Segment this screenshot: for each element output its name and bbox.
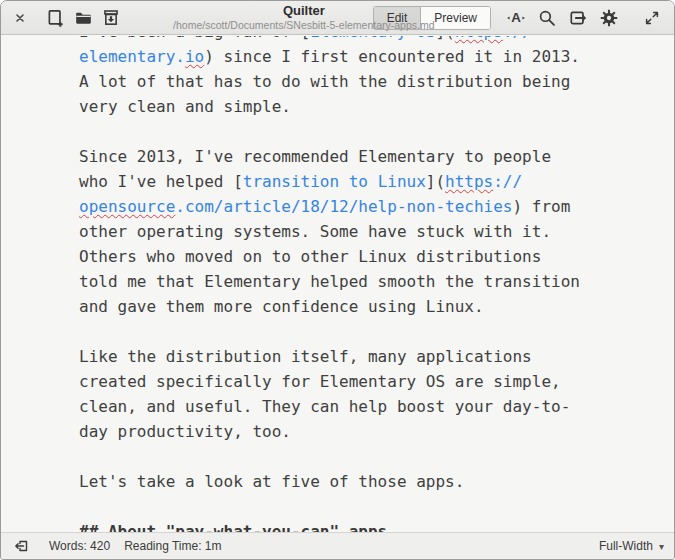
- editor-text[interactable]: Since 2013, I've recommended Elementary …: [79, 147, 551, 166]
- font-size-icon: A: [506, 9, 526, 27]
- preferences-button[interactable]: [595, 5, 623, 31]
- font-size-button[interactable]: A: [502, 5, 530, 31]
- editor-line[interactable]: clean, and useful. They can help boost y…: [79, 394, 673, 419]
- markdown-link-text[interactable]: elementary.: [79, 47, 185, 66]
- editor-line[interactable]: [79, 494, 673, 519]
- svg-text:A: A: [511, 10, 521, 25]
- word-count: Words: 420: [49, 539, 110, 553]
- archive-save-icon: [102, 9, 120, 27]
- editor-line[interactable]: who I've helped [transition to Linux](ht…: [79, 169, 673, 194]
- editor-line[interactable]: [79, 319, 673, 344]
- expand-icon: [644, 10, 660, 26]
- mode-toggle: Edit Preview: [373, 6, 491, 30]
- new-document-icon: [46, 9, 64, 27]
- markdown-link-text[interactable]: .com/article/18/12/help-non-techies: [175, 197, 512, 216]
- export-share-icon: [569, 9, 588, 27]
- editor-text[interactable]: A lot of that has to do with the distrib…: [79, 72, 570, 91]
- gear-icon: [600, 9, 618, 27]
- editor-text[interactable]: Like the distribution itself, many appli…: [79, 347, 532, 366]
- header-right-tools: Edit Preview A: [373, 5, 666, 31]
- new-document-button[interactable]: [41, 5, 69, 31]
- reading-time: Reading Time: 1m: [124, 539, 221, 553]
- editor-text[interactable]: ](: [426, 172, 445, 191]
- editor-line[interactable]: told me that Elementary helped smooth th…: [79, 269, 673, 294]
- editor-text[interactable]: ) since I first encountered it in 2013.: [204, 47, 580, 66]
- chevron-down-icon: ▾: [659, 541, 664, 552]
- editor-line[interactable]: other operating systems. Some have stuck…: [79, 219, 673, 244]
- preview-tab[interactable]: Preview: [420, 7, 490, 29]
- export-button[interactable]: [564, 5, 592, 31]
- markdown-link-text[interactable]: transition to Linux: [243, 172, 426, 191]
- editor-line[interactable]: and gave them more confidence using Linu…: [79, 294, 673, 319]
- fullscreen-button[interactable]: [638, 5, 666, 31]
- editor-text[interactable]: and gave them more confidence using Linu…: [79, 297, 484, 316]
- editor-text[interactable]: other operating systems. Some have stuck…: [79, 222, 551, 241]
- editor-line[interactable]: A lot of that has to do with the distrib…: [79, 69, 673, 94]
- markdown-heading-text[interactable]: ## About "pay-what-you-can" apps: [79, 522, 387, 532]
- editor-line[interactable]: created specifically for Elementary OS a…: [79, 369, 673, 394]
- width-mode-dropdown[interactable]: Full-Width ▾: [599, 539, 664, 553]
- editor-line[interactable]: Let's take a look at five of those apps.: [79, 469, 673, 494]
- markdown-link-text[interactable]: ://: [493, 172, 522, 191]
- edit-tab[interactable]: Edit: [374, 7, 421, 29]
- width-mode-label: Full-Width: [599, 539, 653, 553]
- editor-text[interactable]: ) from: [512, 197, 570, 216]
- markdown-link-text[interactable]: https: [445, 172, 493, 191]
- editor-text[interactable]: Let's take a look at five of those apps.: [79, 472, 464, 491]
- editor-lines: I've been a big fan of [Elementary OS](h…: [2, 36, 673, 532]
- editor-line[interactable]: I've been a big fan of [Elementary OS](h…: [79, 36, 673, 44]
- editor-line[interactable]: opensource.com/article/18/12/help-non-te…: [79, 194, 673, 219]
- close-button[interactable]: [9, 5, 31, 31]
- open-file-button[interactable]: [69, 5, 97, 31]
- search-button[interactable]: [533, 5, 561, 31]
- editor-text[interactable]: very clean and simple.: [79, 97, 291, 116]
- markdown-link-text[interactable]: ://: [503, 36, 532, 41]
- markdown-link-text[interactable]: https: [455, 36, 503, 41]
- quilter-window: Quilter /home/scott/Documents/SNesbitt-5…: [0, 0, 675, 560]
- editor-line[interactable]: Others who moved on to other Linux distr…: [79, 244, 673, 269]
- save-button[interactable]: [97, 5, 125, 31]
- editor-line[interactable]: very clean and simple.: [79, 94, 673, 119]
- markdown-link-text[interactable]: io: [185, 47, 204, 66]
- search-icon: [538, 9, 556, 27]
- editor-text[interactable]: created specifically for Elementary OS a…: [79, 372, 561, 391]
- editor-line[interactable]: ## About "pay-what-you-can" apps: [79, 519, 673, 532]
- editor-text[interactable]: I've been a big fan of [: [79, 36, 310, 41]
- editor-line[interactable]: [79, 119, 673, 144]
- editor[interactable]: I've been a big fan of [Elementary OS](h…: [2, 36, 673, 532]
- editor-line[interactable]: Since 2013, I've recommended Elementary …: [79, 144, 673, 169]
- editor-line[interactable]: day productivity, too.: [79, 419, 673, 444]
- focus-mode-button[interactable]: [11, 536, 33, 556]
- editor-line[interactable]: Like the distribution itself, many appli…: [79, 344, 673, 369]
- markdown-link-text[interactable]: Elementary OS: [310, 36, 435, 41]
- editor-line[interactable]: [79, 444, 673, 469]
- statusbar: Words: 420 Reading Time: 1m Full-Width ▾: [1, 532, 674, 559]
- editor-text[interactable]: who I've helped [: [79, 172, 243, 191]
- editor-text[interactable]: told me that Elementary helped smooth th…: [79, 272, 580, 291]
- focus-mode-icon: [14, 538, 30, 554]
- close-icon: [13, 11, 27, 25]
- editor-text[interactable]: Others who moved on to other Linux distr…: [79, 247, 541, 266]
- folder-open-icon: [74, 9, 93, 27]
- editor-text[interactable]: day productivity, too.: [79, 422, 291, 441]
- headerbar: Quilter /home/scott/Documents/SNesbitt-5…: [1, 1, 674, 35]
- editor-text[interactable]: clean, and useful. They can help boost y…: [79, 397, 570, 416]
- editor-text[interactable]: ](: [435, 36, 454, 41]
- markdown-link-text[interactable]: opensource: [79, 197, 175, 216]
- editor-line[interactable]: elementary.io) since I first encountered…: [79, 44, 673, 69]
